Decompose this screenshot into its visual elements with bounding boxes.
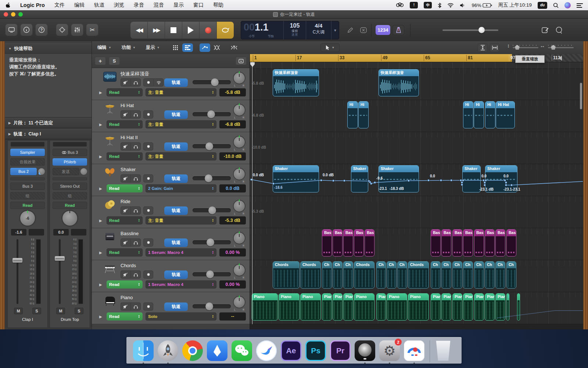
dock-sketch-app-icon[interactable] xyxy=(207,340,227,361)
input-monitor-button[interactable] xyxy=(154,78,164,86)
scissors-tool-button[interactable]: ✂ xyxy=(86,24,98,36)
vertical-zoom-slider[interactable] xyxy=(513,47,538,48)
disclosure-triangle-icon[interactable]: ▶ xyxy=(99,251,104,255)
track-header-options-button[interactable] xyxy=(236,57,247,65)
workspace-menu-编辑[interactable]: 编辑▼ xyxy=(97,45,111,51)
horizontal-auto-zoom-button[interactable] xyxy=(490,43,499,52)
region-Chords[interactable]: Chords xyxy=(273,261,300,289)
record-enable-button[interactable] xyxy=(143,238,153,247)
track-volume-slider[interactable] xyxy=(193,240,231,244)
disclosure-triangle-icon[interactable]: ▶ xyxy=(99,123,104,127)
pan-knob[interactable]: LR xyxy=(233,137,245,152)
record-enable-button[interactable] xyxy=(143,142,153,151)
region-Ch[interactable]: Ch xyxy=(441,261,451,289)
add-track-button[interactable]: + xyxy=(95,57,106,65)
grid-view-icon[interactable] xyxy=(170,43,181,52)
workspace-menu-功能[interactable]: 功能▼ xyxy=(122,45,136,51)
automation-parameter-select[interactable]: 1 Serum: Macro 4▲▼ xyxy=(146,248,216,256)
count-in-button[interactable]: 1234 xyxy=(376,25,390,35)
disclosure-triangle-icon[interactable]: ▶ xyxy=(99,155,104,159)
lcd-tempo[interactable]: 105 保持 速度 xyxy=(284,21,306,39)
disclosure-triangle-icon[interactable]: ▶ xyxy=(99,187,104,191)
inspector-info-button[interactable] xyxy=(20,24,33,36)
region-Ch[interactable]: Ch xyxy=(397,261,407,289)
solo-button[interactable] xyxy=(131,174,141,183)
pan-knob[interactable]: LR xyxy=(233,105,245,120)
track-volume-slider[interactable] xyxy=(193,176,231,180)
region-Ch[interactable]: Ch xyxy=(485,261,495,289)
spotlight-search-icon[interactable] xyxy=(553,1,559,9)
dock-system-preferences-icon[interactable]: ⚙2 xyxy=(379,340,400,361)
track-inspector-header[interactable]: ▶ 轨道： Clap I xyxy=(5,129,92,139)
menu-item-录音[interactable]: 录音 xyxy=(134,2,144,8)
region-Bas[interactable]: Bas xyxy=(333,229,343,256)
disclosure-triangle-icon[interactable]: ▶ xyxy=(99,283,104,287)
toggle-library-button[interactable] xyxy=(5,24,18,36)
automation-parameter-select[interactable]: 主: 音量▲▼ xyxy=(146,120,216,128)
battery-status[interactable]: 96% xyxy=(472,1,492,9)
dock-premiere-icon[interactable]: Pr xyxy=(330,340,351,361)
solo-button[interactable] xyxy=(131,302,141,311)
volume-slider-knob[interactable] xyxy=(206,270,214,278)
erase-tool-icon[interactable] xyxy=(358,25,369,35)
dock-trash-icon[interactable] xyxy=(435,340,456,361)
pencil-tool-icon[interactable] xyxy=(345,25,356,35)
region-Ch[interactable]: Ch xyxy=(474,261,484,289)
record-enable-button[interactable] xyxy=(143,270,153,279)
strip-mute-button[interactable]: M xyxy=(14,308,23,314)
lcd-position[interactable]: 001.1 小节 节拍 xyxy=(241,21,284,39)
region-Hi[interactable]: Hi xyxy=(474,101,484,128)
minimize-window-button[interactable] xyxy=(11,12,15,17)
automation-mode-select[interactable]: Read▲▼ xyxy=(107,280,143,289)
region-Ch[interactable]: Ch xyxy=(343,261,353,289)
region-Bas[interactable]: Bas xyxy=(452,229,462,256)
arrange-row-5[interactable]: -5.3 dB xyxy=(250,196,583,228)
catch-filter-icon[interactable] xyxy=(229,43,240,52)
horizontal-zoom-thumb[interactable] xyxy=(551,45,556,50)
track-on-button[interactable]: 轨道 xyxy=(164,270,188,279)
disclosure-triangle-icon[interactable]: ▶ xyxy=(99,315,104,319)
region-Bas[interactable]: Bas xyxy=(322,229,332,256)
track-volume-slider[interactable] xyxy=(193,272,231,276)
mute-button[interactable] xyxy=(121,206,131,215)
close-window-button[interactable] xyxy=(4,12,8,17)
region-Ch[interactable]: Ch xyxy=(376,261,386,289)
record-enable-button[interactable] xyxy=(143,110,153,118)
pan-knob[interactable]: LR xyxy=(233,297,245,312)
track-header-2[interactable]: Hi Hat轨道LR▶Read▲▼主: 音量▲▼-6.8 dB xyxy=(92,100,250,132)
automation-mode-select[interactable]: Read▲▼ xyxy=(107,216,143,224)
strip-mute-button[interactable]: M xyxy=(56,308,65,314)
empty-plugin-slot[interactable] xyxy=(10,177,45,180)
slot-Bus 3[interactable]: Bus 3 xyxy=(10,183,45,190)
automation-mode-select[interactable]: Read▲▼ xyxy=(107,120,143,128)
volume-slider-knob[interactable] xyxy=(205,142,213,150)
region-Bas[interactable]: Bas xyxy=(343,229,353,256)
region-Hi[interactable]: Hi xyxy=(463,101,473,128)
volume-slider-knob[interactable] xyxy=(207,110,215,118)
mute-button[interactable] xyxy=(121,110,131,118)
region-Bas[interactable]: Bas xyxy=(485,229,495,256)
record-enable-button[interactable] xyxy=(143,206,153,215)
track-header-4[interactable]: Shaker轨道LR▶Read▲▼2 Gain: Gain▲▼0.0 dB xyxy=(92,164,250,196)
mute-button[interactable] xyxy=(121,78,131,86)
volume-icon[interactable] xyxy=(460,1,466,9)
region-Chords[interactable]: Chords xyxy=(300,261,321,289)
arrange-row-8[interactable]: PianoPianoPianoPianPianPianPianoPianPian… xyxy=(250,292,583,324)
menu-item-轨道[interactable]: 轨道 xyxy=(94,2,104,8)
slot-组[interactable]: 组 xyxy=(53,192,87,199)
volume-slider-knob[interactable] xyxy=(478,27,485,33)
du-status-badge[interactable]: du xyxy=(538,2,547,9)
region-Bas[interactable]: Bas xyxy=(431,229,441,256)
vertical-scrollbar[interactable] xyxy=(580,83,582,109)
volume-slider-knob[interactable] xyxy=(208,206,216,214)
stop-button[interactable] xyxy=(165,22,182,39)
mute-button[interactable] xyxy=(121,174,131,183)
track-list-view-icon[interactable] xyxy=(182,43,193,52)
fader-thumb[interactable] xyxy=(12,258,22,263)
horizontal-scroll-strip[interactable] xyxy=(250,324,583,329)
menu-item-浏览[interactable]: 浏览 xyxy=(114,2,124,8)
automation-parameter-select[interactable]: 主: 音量▲▼ xyxy=(146,216,216,224)
solo-button[interactable] xyxy=(131,270,141,279)
solo-button[interactable] xyxy=(131,78,141,86)
dock-chrome-icon[interactable] xyxy=(182,340,203,361)
